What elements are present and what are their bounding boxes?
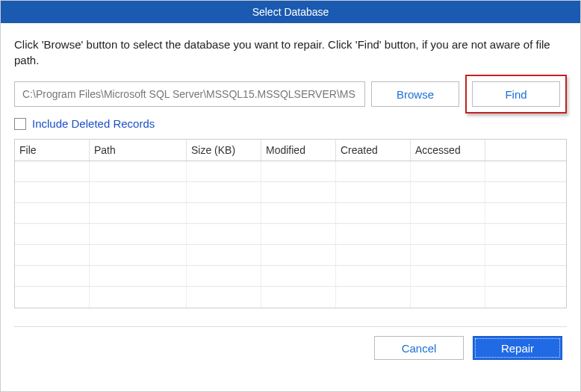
find-button[interactable]: Find	[472, 81, 560, 107]
footer-separator	[14, 326, 567, 327]
table-row	[15, 203, 566, 224]
table-row	[15, 266, 566, 287]
browse-button[interactable]: Browse	[371, 81, 459, 107]
dialog-footer: Cancel Repair	[14, 336, 567, 360]
database-path-input[interactable]	[14, 81, 365, 107]
column-header-modified[interactable]: Modified	[261, 140, 336, 161]
path-row: Browse Find	[14, 81, 567, 107]
table-row	[15, 224, 566, 245]
dialog-content: Click 'Browse' button to select the data…	[1, 23, 580, 373]
column-header-file[interactable]: File	[15, 140, 90, 161]
include-deleted-label: Include Deleted Records	[32, 117, 155, 130]
window-titlebar: Select Database	[1, 1, 580, 23]
table-header-row: File Path Size (KB) Modified Created Acc…	[15, 140, 566, 161]
include-deleted-row: Include Deleted Records	[14, 117, 567, 130]
column-header-spacer	[485, 140, 566, 161]
column-header-accessed[interactable]: Accessed	[411, 140, 485, 161]
results-table: File Path Size (KB) Modified Created Acc…	[14, 139, 567, 308]
table-row	[15, 161, 566, 182]
find-highlight-box: Find	[465, 75, 567, 113]
table-row	[15, 245, 566, 266]
column-header-path[interactable]: Path	[90, 140, 187, 161]
table-body	[15, 161, 566, 308]
repair-button[interactable]: Repair	[473, 336, 562, 360]
window-title: Select Database	[252, 6, 329, 18]
column-header-created[interactable]: Created	[336, 140, 411, 161]
instructions-text: Click 'Browse' button to select the data…	[14, 37, 567, 68]
table-row	[15, 182, 566, 203]
table-row	[15, 287, 566, 308]
cancel-button[interactable]: Cancel	[374, 336, 464, 360]
include-deleted-checkbox[interactable]	[14, 118, 26, 130]
column-header-size[interactable]: Size (KB)	[187, 140, 261, 161]
